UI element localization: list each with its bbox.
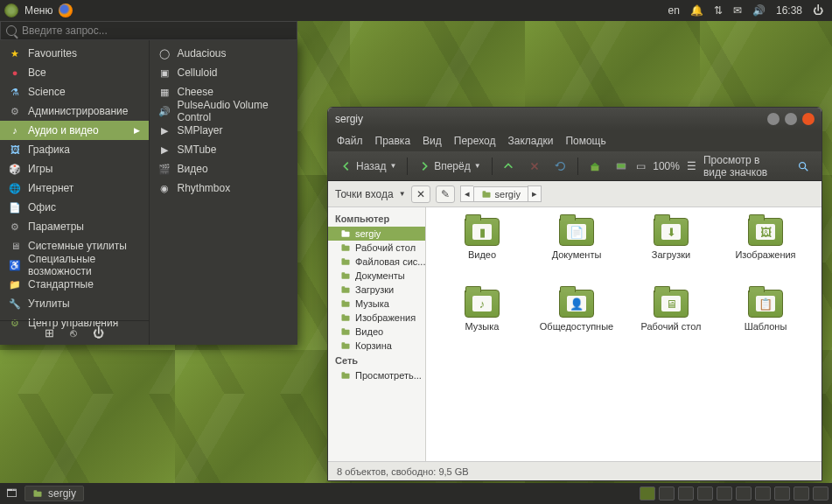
workspace-10[interactable] — [813, 486, 829, 500]
clock[interactable]: 16:38 — [776, 4, 802, 17]
menu-category-item[interactable]: 📄Офис — [0, 198, 149, 217]
stop-button[interactable] — [523, 158, 546, 175]
computer-button[interactable] — [610, 158, 633, 175]
folder-item[interactable]: ▮Видео — [437, 218, 528, 281]
home-button[interactable] — [584, 158, 606, 175]
menu-category-item[interactable]: 🖼Графика — [0, 140, 149, 159]
edit-path-icon[interactable]: ✎ — [436, 186, 455, 203]
menu-category-item[interactable]: 📁Стандартные — [0, 275, 149, 294]
menu-application-item[interactable]: ▣Celluloid — [150, 63, 298, 82]
sidebar-place-item[interactable]: Изображения — [328, 311, 425, 325]
svg-rect-4 — [482, 192, 490, 197]
workspace-1[interactable] — [640, 486, 655, 500]
crumb-left-icon[interactable]: ◂ — [460, 186, 473, 202]
chevron-down-icon: ▼ — [474, 162, 481, 170]
menu-application-item[interactable]: ▶SMPlayer — [150, 121, 298, 140]
menu-category-item[interactable]: ⚗Science — [0, 82, 149, 102]
ubuntu-mate-logo-icon[interactable] — [3, 3, 19, 18]
logout-icon[interactable]: ⎋ — [70, 326, 77, 340]
search-button[interactable] — [792, 158, 815, 175]
up-button[interactable] — [497, 158, 520, 175]
sidebar-place-item[interactable]: Документы — [328, 269, 425, 283]
sidebar-place-item[interactable]: Просмотреть... — [328, 368, 425, 382]
menubar-item[interactable]: Правка — [375, 135, 411, 147]
menu-application-item[interactable]: 🔊PulseAudio Volume Control — [150, 102, 298, 121]
sidebar-place-item[interactable]: Корзина — [328, 339, 425, 353]
folder-item[interactable]: ♪Музыка — [437, 290, 528, 353]
workspace-2[interactable] — [659, 486, 675, 500]
workspace-5[interactable] — [717, 486, 732, 500]
pathbar-close-icon[interactable]: ✕ — [411, 186, 430, 203]
chevron-down-icon[interactable]: ▼ — [399, 190, 406, 198]
volume-icon[interactable]: 🔊 — [752, 4, 766, 17]
maximize-button[interactable] — [785, 113, 797, 125]
sidebar-place-item[interactable]: Рабочий стол — [328, 241, 425, 255]
folder-item[interactable]: 📄Документы — [531, 218, 622, 281]
workspace-switcher[interactable] — [640, 486, 829, 500]
folder-item[interactable]: 🖼Изображения — [720, 218, 811, 281]
menu-search[interactable]: Введите запрос... — [0, 21, 297, 40]
folder-emblem-icon: ⬇ — [661, 224, 681, 240]
notifications-icon[interactable]: 🔔 — [690, 4, 703, 17]
folder-label: Музыка — [465, 321, 500, 332]
sidebar-place-item[interactable]: sergiy — [328, 227, 425, 241]
menu-category-item[interactable]: 🌐Интернет — [0, 178, 149, 198]
view-mode-label[interactable]: Просмотр в виде значков — [703, 154, 785, 178]
workspace-4[interactable] — [697, 486, 713, 500]
power-icon[interactable]: ⏻ — [813, 4, 823, 17]
workspace-9[interactable] — [794, 486, 809, 500]
menu-application-item[interactable]: ▶SMTube — [150, 140, 298, 159]
menu-category-item[interactable]: ♪Аудио и видео▶ — [0, 121, 149, 140]
minimize-button[interactable] — [767, 113, 780, 125]
back-button[interactable]: Назад ▼ — [335, 158, 402, 175]
folder-item[interactable]: 📋Шаблоны — [720, 290, 811, 353]
svg-rect-22 — [342, 344, 350, 349]
network-icon[interactable]: ⇅ — [714, 4, 723, 17]
icon-view[interactable]: ▮Видео📄Документы⬇Загрузки🖼Изображения♪Му… — [426, 207, 822, 461]
workspace-3[interactable] — [678, 486, 694, 500]
menu-application-item[interactable]: 🎬Видео — [150, 159, 298, 178]
menu-category-item[interactable]: 🎲Игры — [0, 159, 149, 178]
folder-label: Шаблоны — [745, 321, 787, 332]
folder-item[interactable]: ⬇Загрузки — [626, 218, 717, 281]
sidebar-place-item[interactable]: Музыка — [328, 297, 425, 311]
menubar-item[interactable]: Переход — [454, 135, 496, 147]
menu-application-item[interactable]: ◯Audacious — [150, 44, 298, 63]
menu-category-item[interactable]: ★Favourites — [0, 44, 149, 63]
firefox-icon[interactable] — [58, 3, 73, 18]
breadcrumb-item[interactable]: sergiy — [473, 186, 528, 202]
category-icon: ⚙ — [9, 105, 21, 117]
workspace-8[interactable] — [774, 486, 790, 500]
sidebar-place-item[interactable]: Видео — [328, 325, 425, 339]
menubar-item[interactable]: Закладки — [507, 135, 553, 147]
menu-category-item[interactable]: ⚙Параметры — [0, 217, 149, 236]
menu-category-item[interactable]: ⚙Администрирование — [0, 102, 149, 121]
taskbar-item[interactable]: sergiy — [24, 486, 84, 501]
forward-button[interactable]: Вперёд ▼ — [413, 158, 486, 175]
workspace-6[interactable] — [736, 486, 752, 500]
sidebar-place-item[interactable]: Файловая сис... — [328, 255, 425, 269]
workspace-7[interactable] — [755, 486, 771, 500]
folder-item[interactable]: 🖥Рабочий стол — [626, 290, 717, 353]
sidebar-place-item[interactable]: Загрузки — [328, 283, 425, 297]
mail-icon[interactable]: ✉ — [733, 4, 742, 17]
favorites-toggle-icon[interactable]: ⊞ — [45, 326, 54, 340]
folder-item[interactable]: 👤Общедоступные — [531, 290, 622, 353]
taskbar-item-label: sergiy — [48, 487, 76, 500]
menu-category-item[interactable]: ●Все — [0, 63, 149, 82]
titlebar[interactable]: sergiy — [328, 108, 822, 130]
places-label[interactable]: Точки входа — [335, 188, 394, 200]
crumb-right-icon[interactable]: ▸ — [528, 186, 542, 202]
reload-button[interactable] — [549, 158, 572, 175]
menu-button[interactable]: Меню — [24, 4, 52, 17]
keyboard-layout-indicator[interactable]: en — [668, 4, 680, 17]
menubar-item[interactable]: Вид — [423, 135, 442, 147]
menu-category-item[interactable]: ♿Специальные возможности — [0, 256, 149, 275]
menubar-item[interactable]: Файл — [337, 135, 363, 147]
show-desktop-icon[interactable]: 🗔 — [3, 486, 19, 501]
menu-category-item[interactable]: 🔧Утилиты — [0, 294, 149, 313]
menu-application-item[interactable]: ◉Rhythmbox — [150, 178, 298, 198]
menubar-item[interactable]: Помощь — [565, 135, 605, 147]
shutdown-icon[interactable]: ⏻ — [93, 326, 104, 340]
close-button[interactable] — [802, 113, 815, 125]
